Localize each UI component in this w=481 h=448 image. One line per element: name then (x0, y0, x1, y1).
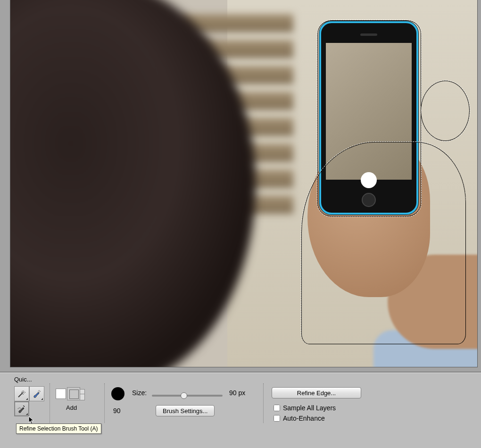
sample-all-layers-label: Sample All Layers (283, 404, 336, 412)
brush-size-label: Size: (132, 389, 147, 397)
photo-subject-phone: ✦ Auto HDR Off ◎ (319, 21, 418, 215)
brush-settings-button[interactable]: Brush Settings... (156, 405, 215, 416)
divider (263, 383, 264, 423)
mode-add-to-selection[interactable] (67, 387, 80, 400)
photo-subject-hair (10, 0, 256, 367)
svg-point-0 (23, 392, 24, 393)
tool-group (14, 386, 45, 416)
refine-brush-icon (17, 404, 26, 414)
sample-all-layers-option[interactable]: Sample All Layers (274, 404, 336, 412)
brush-icon (32, 389, 41, 398)
selection-brush-tool-button[interactable] (29, 386, 44, 401)
selection-mode-label: Add (66, 404, 77, 411)
tooltip: Refine Selection Brush Tool (A) (16, 423, 101, 434)
flyout-indicator-icon (26, 413, 28, 415)
divider (104, 383, 105, 423)
flyout-indicator-icon (41, 398, 43, 400)
auto-enhance-checkbox[interactable] (274, 415, 280, 422)
brush-preview-icon[interactable] (111, 387, 124, 400)
wand-icon (17, 389, 26, 398)
mode-new-selection[interactable] (56, 389, 66, 399)
brush-size-slider-wrap (152, 390, 223, 397)
selection-mode-group (56, 387, 85, 400)
quick-selection-tool-button[interactable] (14, 386, 29, 401)
tool-options-bar: Quic... Add Size: 90 px 90 Brush Setting… (0, 373, 481, 448)
phone-screen (326, 43, 412, 180)
brush-size-slider[interactable] (152, 395, 223, 397)
phone-speaker (360, 33, 377, 36)
flyout-indicator-icon (26, 398, 28, 400)
auto-enhance-label: Auto-Enhance (283, 415, 325, 422)
panel-title: Quic... (14, 376, 32, 383)
refine-selection-brush-tool-button[interactable] (14, 401, 29, 416)
refine-edge-button[interactable]: Refine Edge... (272, 387, 361, 398)
divider (50, 383, 50, 423)
canvas-area[interactable]: ✦ Auto HDR Off ◎ (0, 0, 481, 373)
phone-shutter (361, 172, 377, 188)
sample-all-layers-checkbox[interactable] (274, 405, 280, 411)
svg-point-1 (38, 390, 40, 392)
auto-enhance-option[interactable]: Auto-Enhance (274, 415, 325, 422)
document-canvas[interactable]: ✦ Auto HDR Off ◎ (10, 0, 477, 367)
brush-size-value: 90 px (229, 389, 245, 397)
brush-size-numeric[interactable]: 90 (113, 407, 121, 415)
phone-home-button (362, 193, 376, 207)
mode-subtract-from-selection[interactable] (80, 389, 85, 398)
